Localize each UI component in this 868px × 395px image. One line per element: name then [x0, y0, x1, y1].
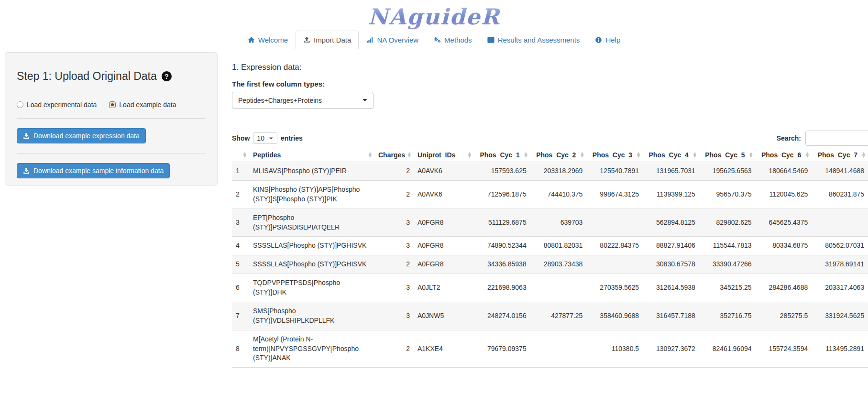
col-header-uniprot-ids[interactable]: Uniprot_IDs▲▼	[414, 148, 474, 162]
cell	[530, 330, 587, 368]
cell: EPT[Phospho (STY)]PSIASDISLPIATQELR	[249, 208, 374, 237]
col-header-phos-cyc-7[interactable]: Phos_Cyc_7▲▼	[812, 148, 868, 162]
cell: 639703	[530, 208, 587, 237]
search-input[interactable]	[805, 131, 868, 146]
cell: KINS[Phospho (STY)]APS[Phospho (STY)]S[P…	[249, 180, 374, 208]
gears-icon	[434, 36, 441, 44]
cell: 2	[374, 330, 414, 368]
nav-tab-results-and-assessments[interactable]: Results and Assessments	[480, 31, 588, 49]
sort-icon: ▲▼	[637, 152, 640, 158]
radio-load-experimental-data[interactable]: Load experimental data	[17, 101, 97, 109]
download-expression-button[interactable]: Download example expression data	[17, 128, 146, 143]
cell: 427877.25	[530, 302, 587, 330]
cell: 1139399.125	[643, 180, 699, 208]
divider	[17, 153, 206, 154]
cell: 712596.1875	[474, 180, 530, 208]
nav-tab-label: Welcome	[258, 36, 288, 44]
col-header-phos-cyc-6[interactable]: Phos_Cyc_6▲▼	[756, 148, 812, 162]
table-row: 2KINS[Phospho (STY)]APS[Phospho (STY)]S[…	[232, 180, 868, 208]
cell: 31978.69141	[812, 255, 868, 274]
col-header-phos-cyc-2[interactable]: Phos_Cyc_2▲▼	[530, 148, 587, 162]
cell: 203317.4063	[812, 274, 868, 302]
content: Step 1: Upload Original Data ? Load expe…	[0, 52, 868, 368]
nav-tab-label: Results and Assessments	[498, 36, 580, 44]
col-header-phos-cyc-3[interactable]: Phos_Cyc_3▲▼	[586, 148, 643, 162]
cell: 195625.6563	[699, 162, 756, 181]
cell: 2	[374, 162, 414, 181]
sort-icon: ▲▼	[408, 152, 411, 158]
col-header-label: Phos_Cyc_1	[480, 151, 519, 159]
page-length-select[interactable]: 10	[253, 132, 277, 144]
sort-icon: ▲▼	[749, 152, 752, 158]
column-types-select[interactable]: Peptides+Charges+Proteins	[232, 92, 374, 109]
radio-load-example-data[interactable]: Load example data	[109, 101, 176, 109]
col-header-phos-cyc-5[interactable]: Phos_Cyc_5▲▼	[699, 148, 756, 162]
app-logo: NAguideR	[368, 4, 500, 30]
cell: 284286.4688	[756, 274, 812, 302]
cell: 998674.3125	[586, 180, 643, 208]
nav-tab-na-overview[interactable]: NA Overview	[359, 31, 426, 49]
cell: 110380.5	[586, 330, 643, 368]
cell: 312614.5938	[643, 274, 699, 302]
cell: 3	[374, 302, 414, 330]
header: NAguideR WelcomeImport DataNA OverviewMe…	[0, 0, 868, 49]
col-header-rownum[interactable]: ▲▼	[232, 148, 249, 162]
sort-icon: ▲▼	[525, 152, 527, 158]
column-types-selected-value: Peptides+Charges+Proteins	[238, 97, 322, 104]
question-icon[interactable]: ?	[162, 71, 172, 81]
cell: 80562.07031	[812, 237, 868, 255]
nav-tab-label: Help	[605, 36, 620, 44]
nav-tab-help[interactable]: Help	[587, 31, 628, 49]
cell: 2	[374, 180, 414, 208]
table-row: 5SSSSLLAS[Phospho (STY)]PGHISVK2A0FGR834…	[232, 255, 868, 274]
sort-icon: ▲▼	[468, 152, 471, 158]
sort-icon: ▲▼	[581, 152, 583, 158]
col-header-phos-cyc-4[interactable]: Phos_Cyc_4▲▼	[643, 148, 699, 162]
col-header-label: Phos_Cyc_4	[649, 151, 689, 159]
home-icon	[248, 36, 255, 44]
nav-tab-methods[interactable]: Methods	[426, 31, 480, 49]
nav-tab-import-data[interactable]: Import Data	[296, 31, 359, 49]
caret-down-icon	[363, 99, 367, 101]
col-header-label: Phos_Cyc_6	[761, 151, 801, 159]
panel-title-text: Step 1: Upload Original Data	[17, 70, 157, 83]
cell: 562894.8125	[643, 208, 699, 237]
table-header-row: ▲▼Peptides▲▼Charges▲▼Uniprot_IDs▲▼Phos_C…	[232, 148, 868, 162]
table-row: 1MLISAVS[Phospho (STY)]PEIR2A0AVK6157593…	[232, 162, 868, 181]
cell: 130927.3672	[643, 330, 699, 368]
col-header-label: Uniprot_IDs	[418, 151, 455, 159]
cell: 1120045.625	[756, 180, 812, 208]
cell: 115544.7813	[699, 237, 756, 255]
col-header-peptides[interactable]: Peptides▲▼	[249, 148, 374, 162]
col-header-label: Phos_Cyc_7	[818, 151, 857, 159]
download-sample-info-label: Download example sample information data	[33, 167, 164, 175]
radio-label: Load experimental data	[27, 101, 97, 109]
cell: 203318.2969	[530, 162, 587, 181]
page-length-value: 10	[257, 134, 264, 142]
table-row: 4SSSSLLAS[Phospho (STY)]PGHISVK3A0FGR874…	[232, 237, 868, 255]
cell	[586, 208, 643, 237]
sort-icon: ▲▼	[369, 152, 372, 158]
cell: 248274.0156	[474, 302, 530, 330]
col-header-charges[interactable]: Charges▲▼	[374, 148, 414, 162]
cell: 125540.7891	[586, 162, 643, 181]
expression-data-table: ▲▼Peptides▲▼Charges▲▼Uniprot_IDs▲▼Phos_C…	[232, 148, 868, 368]
cell: 80222.84375	[586, 237, 643, 255]
cell: 511129.6875	[474, 208, 530, 237]
main-content: 1. Expression data: The first few column…	[218, 52, 868, 368]
nav-tab-label: Import Data	[314, 36, 351, 44]
cell: 316457.7188	[643, 302, 699, 330]
column-types-label: The first few column types:	[232, 80, 868, 88]
cell: 34336.85938	[474, 255, 530, 274]
cell: A1KXE4	[414, 330, 474, 368]
cell: 79679.09375	[474, 330, 530, 368]
col-header-phos-cyc-1[interactable]: Phos_Cyc_1▲▼	[474, 148, 530, 162]
cell	[756, 255, 812, 274]
download-sample-info-button[interactable]: Download example sample information data	[17, 163, 170, 178]
cell: 82461.96094	[699, 330, 756, 368]
cell: TQDPVPPETPSDS[Phospho (STY)]DHK	[249, 274, 374, 302]
cell: 829802.625	[699, 208, 756, 237]
nav-tab-welcome[interactable]: Welcome	[240, 31, 296, 49]
cell	[812, 208, 868, 237]
cell: A0FGR8	[414, 208, 474, 237]
